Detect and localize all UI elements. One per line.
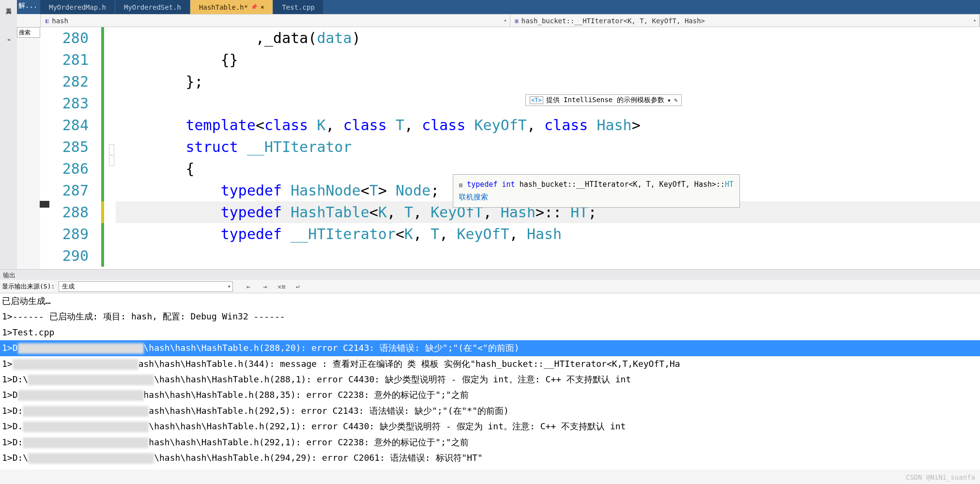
change-marker bbox=[101, 201, 104, 223]
change-marker bbox=[101, 92, 104, 114]
output-line[interactable]: 1>Test.cpp bbox=[0, 325, 980, 340]
scope-label: hash bbox=[52, 17, 68, 25]
edit-icon[interactable]: ✎ bbox=[674, 97, 677, 104]
template-hint[interactable]: <T> 提供 IntelliSense 的示例模板参数 ▾ ✎ bbox=[525, 94, 682, 106]
output-text[interactable]: 已启动生成…1>------ 已启动生成: 项目: hash, 配置: Debu… bbox=[0, 293, 980, 469]
output-line[interactable]: 1>ash\hash\HashTable.h(344): message : 查… bbox=[0, 356, 980, 372]
close-icon[interactable]: × bbox=[260, 4, 264, 11]
code-line[interactable]: template<class K, class T, class KeyOfT,… bbox=[116, 114, 980, 136]
change-marker bbox=[101, 71, 104, 92]
code-line[interactable] bbox=[116, 245, 980, 267]
fold-toggle[interactable]: − bbox=[109, 144, 114, 166]
line-number: 290 bbox=[40, 245, 89, 267]
bookmark-icon bbox=[40, 201, 49, 208]
tab-myorderedmap-h[interactable]: MyOrderedMap.h bbox=[40, 0, 115, 14]
line-number: 284 bbox=[40, 114, 89, 136]
change-marker bbox=[101, 136, 104, 158]
toolbox-tab[interactable]: 工具箱 bbox=[2, 0, 15, 8]
change-marker bbox=[101, 49, 104, 71]
output-source-label: 显示输出来源(S): bbox=[2, 282, 55, 291]
output-source-dropdown[interactable]: 生成 ▾ bbox=[59, 281, 233, 292]
tab-hashtable-h-[interactable]: HashTable.h*📌× bbox=[190, 0, 273, 14]
online-search-link[interactable]: 联机搜索 bbox=[459, 193, 488, 201]
template-hint-text: 提供 IntelliSense 的示例模板参数 bbox=[546, 96, 664, 105]
change-marker bbox=[101, 180, 104, 201]
goto-next-icon[interactable]: ⇥ bbox=[260, 282, 270, 291]
expand-arrow-icon: ◄ bbox=[7, 37, 10, 42]
output-line[interactable]: 1>D\hash\hash\HashTable.h(288,20): error… bbox=[0, 340, 980, 356]
line-number: 285 bbox=[40, 136, 89, 158]
member-dropdown[interactable]: ▣ hash_bucket::__HTIterator<K, T, KeyOfT… bbox=[510, 15, 980, 27]
output-line[interactable]: 1>Dhash\hash\HashTable.h(288,35): error … bbox=[0, 387, 980, 403]
line-number: 281 bbox=[40, 49, 89, 71]
output-panel-title: 输出 bbox=[0, 269, 980, 280]
change-marker bbox=[101, 114, 104, 136]
wrap-icon[interactable]: ↩ bbox=[293, 282, 303, 291]
struct-icon: ▣ bbox=[515, 17, 519, 24]
line-number: 289 bbox=[40, 223, 89, 245]
class-icon: ◧ bbox=[46, 17, 49, 24]
change-marker bbox=[101, 27, 104, 49]
tab-test-cpp[interactable]: Test.cpp bbox=[273, 0, 323, 14]
output-line[interactable]: 1>D:hash\hash\HashTable.h(292,1): error … bbox=[0, 435, 980, 450]
line-number: 287 bbox=[40, 180, 89, 201]
pin-icon[interactable]: 📌 bbox=[251, 4, 258, 10]
scope-dropdown[interactable]: ◧ hash ▾ bbox=[41, 15, 510, 27]
goto-prev-icon[interactable]: ⇤ bbox=[244, 282, 253, 291]
tab-myorderedset-h[interactable]: MyOrderedSet.h bbox=[115, 0, 190, 14]
chevron-down-icon: ▾ bbox=[228, 284, 230, 289]
code-line[interactable]: ,_data(data) bbox=[116, 27, 980, 49]
code-editor[interactable]: 280281282283284285286287288289290 − ,_da… bbox=[40, 27, 980, 269]
change-marker bbox=[101, 158, 104, 180]
output-line[interactable]: 1>------ 已启动生成: 项目: hash, 配置: Debug Win3… bbox=[0, 309, 980, 324]
document-tabs: MyOrderedMap.hMyOrderedSet.hHashTable.h*… bbox=[40, 0, 980, 14]
output-line[interactable]: 1>D:\\hash\hash\HashTable.h(294,29): err… bbox=[0, 450, 980, 466]
output-line[interactable]: 1>D:ash\hash\HashTable.h(292,5): error C… bbox=[0, 403, 980, 419]
watermark: CSDN @NiNi_suanfa bbox=[906, 473, 975, 481]
change-marker bbox=[101, 223, 104, 245]
chevron-down-icon: ▾ bbox=[504, 18, 506, 23]
clear-icon[interactable]: ✕≡ bbox=[276, 282, 286, 291]
member-label: hash_bucket::__HTIterator<K, T, KeyOfT, … bbox=[521, 17, 705, 25]
code-line[interactable]: typedef __HTIterator<K, T, KeyOfT, Hash bbox=[116, 223, 980, 245]
output-line[interactable]: 已启动生成… bbox=[0, 293, 980, 309]
change-marker bbox=[101, 245, 104, 267]
intellisense-tooltip: ▦ typedef int hash_bucket::__HTIterator<… bbox=[453, 174, 740, 208]
line-number: 280 bbox=[40, 27, 89, 49]
template-tag: <T> bbox=[530, 96, 543, 104]
info-icon: ▦ bbox=[459, 182, 462, 188]
code-line[interactable]: struct __HTIterator bbox=[116, 136, 980, 158]
resolve-tab[interactable]: 解... bbox=[18, 1, 37, 10]
line-number: 283 bbox=[40, 92, 89, 114]
output-line[interactable]: 1>D.\hash\hash\HashTable.h(292,1): error… bbox=[0, 419, 980, 434]
chevron-down-icon: ▾ bbox=[667, 96, 671, 104]
code-line[interactable]: {} bbox=[116, 49, 980, 71]
chevron-down-icon: ▾ bbox=[973, 18, 976, 23]
line-number: 286 bbox=[40, 158, 89, 180]
line-number: 282 bbox=[40, 71, 89, 92]
code-line[interactable]: }; bbox=[116, 71, 980, 92]
search-input[interactable]: 搜索 bbox=[17, 27, 40, 38]
output-line[interactable]: 1>D:\\hash\hash\HashTable.h(288,1): erro… bbox=[0, 372, 980, 387]
